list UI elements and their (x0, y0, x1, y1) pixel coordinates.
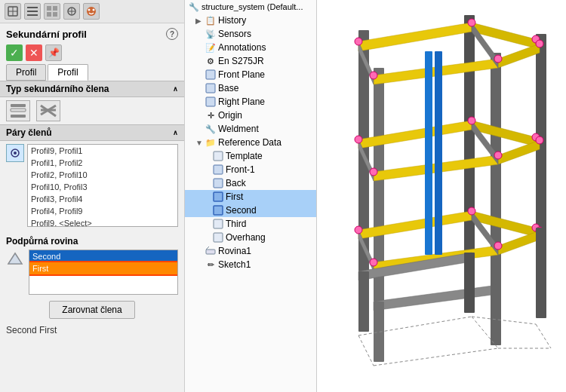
tree-item-origin[interactable]: ✛ Origin (185, 109, 316, 122)
svg-rect-18 (11, 109, 26, 112)
tree-label-first: First (226, 191, 243, 202)
tree-item-back[interactable]: Back (185, 176, 316, 190)
tree-icon-back (212, 177, 224, 189)
3d-canvas (317, 0, 566, 392)
pin-button[interactable]: 📌 (45, 44, 62, 61)
tree-item-material[interactable]: ⚙ En S275JR (185, 54, 316, 68)
tree-item-third[interactable]: Third (185, 217, 316, 231)
tree-icon-frontplane (205, 69, 217, 81)
tool-icon-5[interactable] (83, 3, 100, 20)
tree-item-second[interactable]: Second (185, 204, 316, 217)
tree-item-annotations[interactable]: 📝 Annotations (185, 41, 316, 54)
confirm-button[interactable]: ✓ (6, 44, 23, 61)
typ-section-header[interactable]: Typ sekundárního člena ∧ (0, 81, 184, 97)
pair-item[interactable]: Profil2, Profil10 (28, 169, 177, 181)
pair-item[interactable]: Profil4, Profil9 (28, 205, 177, 217)
tree-item-weldment[interactable]: 🔧 Weldment (185, 122, 316, 136)
tree-icon-third (212, 218, 224, 230)
plane-icon (6, 250, 24, 268)
svg-point-69 (370, 72, 377, 79)
svg-rect-30 (214, 165, 223, 174)
svg-rect-31 (214, 179, 223, 188)
tree-label-material: En S275JR (218, 56, 264, 66)
action-buttons: ✓ ✕ 📌 (0, 41, 184, 64)
tab-profil-2[interactable]: Profil (48, 64, 88, 81)
tree-label-weldment: Weldment (218, 124, 259, 134)
svg-point-70 (494, 55, 502, 63)
panel-header: Sekundární profil ? (0, 23, 184, 41)
pair-item[interactable]: Profil10, Profil3 (28, 181, 177, 193)
tree-icon-weldment: 🔧 (205, 123, 217, 135)
pairs-chevron: ∧ (173, 129, 178, 136)
help-icon[interactable]: ? (166, 28, 178, 40)
svg-rect-17 (11, 115, 26, 118)
svg-rect-65 (425, 51, 432, 255)
tree-icon-annotations: 📝 (205, 41, 217, 54)
tree-item-first[interactable]: First (185, 190, 316, 204)
svg-rect-16 (11, 104, 26, 107)
zarovnat-button[interactable]: Zarovnat člena (49, 301, 134, 319)
tree-item-rovina1[interactable]: Rovina1 (185, 244, 316, 258)
tree-item-sensors[interactable]: 📡 Sensors (185, 27, 316, 41)
svg-point-78 (355, 226, 362, 234)
svg-point-82 (494, 242, 502, 250)
tree-item-refdata[interactable]: ▼ 📁 Reference Data (185, 136, 316, 149)
tree-icon-template (212, 150, 224, 162)
svg-rect-34 (214, 219, 223, 228)
svg-rect-8 (47, 12, 51, 17)
tree-icon-base (205, 82, 217, 94)
pairs-section-header[interactable]: Páry členů ∧ (0, 124, 184, 141)
svg-point-72 (355, 136, 362, 143)
svg-rect-32 (214, 192, 223, 201)
pair-item[interactable]: Profil1, Profil2 (28, 157, 177, 169)
tree-expand-history: ▶ (195, 17, 205, 25)
type-icon-angled[interactable] (36, 100, 60, 121)
svg-line-37 (206, 247, 209, 250)
type-icon-parallel[interactable] (6, 100, 30, 121)
tree-label-annotations: Annotations (218, 42, 266, 53)
tree-label-third: Third (226, 219, 246, 229)
tree-label-sketch1: Sketch1 (218, 259, 251, 270)
tree-icon-sensors: 📡 (205, 28, 217, 40)
tool-icon-3[interactable] (44, 3, 60, 20)
tree-item-base[interactable]: Base (185, 81, 316, 95)
tree-item-template[interactable]: Template (185, 149, 316, 163)
svg-point-76 (494, 152, 502, 159)
tree-item-front1[interactable]: Front-1 (185, 163, 316, 176)
tree-icon-rightplane (205, 96, 217, 108)
tree-item-rightplane[interactable]: Right Plane (185, 95, 316, 109)
tree-item-sketch1[interactable]: ✏ Sketch1 (185, 258, 316, 271)
tool-icon-4[interactable] (63, 3, 80, 20)
pairs-section-label: Páry členů (6, 127, 52, 138)
pair-item[interactable]: Profil3, Profil4 (28, 193, 177, 205)
panel-title: Sekundární profil (6, 29, 87, 40)
tree-label-history: History (218, 15, 246, 26)
svg-point-14 (88, 9, 91, 11)
tree-label-back: Back (226, 178, 246, 188)
pair-item[interactable]: Profil9, <Select> (28, 217, 177, 227)
tree-label-sensors: Sensors (218, 29, 251, 39)
podpurna-label: Podpůrná rovina (0, 233, 184, 248)
tree-item-overhang[interactable]: Overhang (185, 231, 316, 244)
tool-icon-2[interactable] (24, 3, 41, 20)
tree-label-rightplane: Right Plane (218, 96, 265, 107)
svg-marker-25 (8, 253, 22, 264)
svg-point-77 (536, 136, 543, 144)
svg-point-15 (93, 9, 95, 11)
pair-item[interactable]: Profil9, Profil1 (28, 145, 177, 157)
svg-rect-36 (206, 250, 215, 254)
rovina-item-second[interactable]: Second (29, 250, 177, 262)
tool-icon-1[interactable] (5, 3, 21, 20)
tree-icon-rovina1 (205, 245, 217, 257)
cancel-button[interactable]: ✕ (26, 44, 42, 61)
tree-icon-second (212, 204, 224, 216)
svg-rect-3 (27, 7, 38, 8)
rovina-item-first[interactable]: First (29, 262, 177, 274)
tab-profil-1[interactable]: Profil (6, 64, 46, 81)
tree-icon-origin: ✛ (205, 109, 217, 121)
tree-item-frontplane[interactable]: Front Plane (185, 68, 316, 81)
tree-root[interactable]: 🔧 structure_system (Default... (185, 0, 316, 14)
svg-point-81 (370, 259, 377, 266)
tree-item-history[interactable]: ▶ 📋 History (185, 14, 316, 27)
svg-rect-86 (358, 271, 369, 332)
